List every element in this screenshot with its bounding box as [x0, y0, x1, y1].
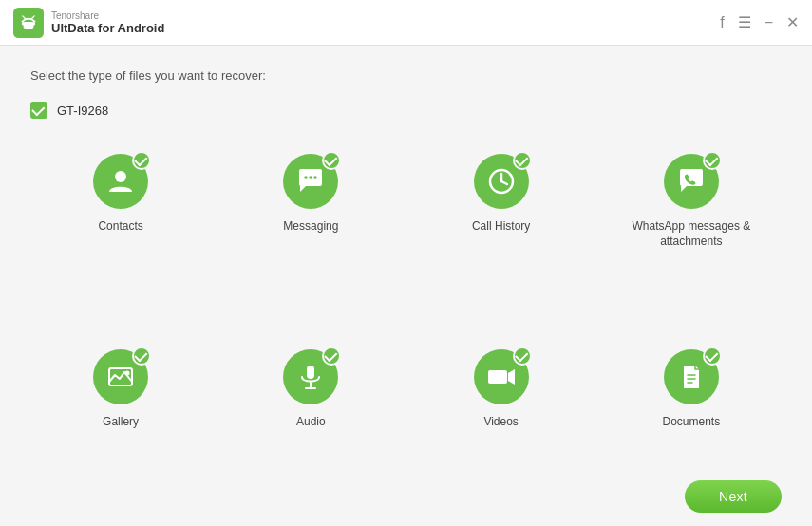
messaging-label: Messaging — [283, 219, 338, 235]
svg-point-6 — [115, 171, 126, 182]
gallery-icon — [104, 361, 137, 393]
videos-label: Videos — [483, 415, 518, 430]
audio-icon — [294, 361, 327, 393]
svg-point-8 — [310, 176, 313, 179]
menu-icon[interactable]: ☰ — [738, 15, 751, 30]
whatsapp-icon-wrapper — [661, 151, 722, 212]
whatsapp-label: WhatsApp messages & attachments — [633, 219, 751, 249]
file-type-grid: Contacts Messaging — [30, 141, 782, 503]
messaging-icon-wrapper — [280, 151, 341, 212]
svg-marker-19 — [508, 369, 515, 385]
whatsapp-icon — [675, 165, 708, 197]
gallery-icon-wrapper — [90, 347, 151, 407]
title-bar: Tenorshare UltData for Android f ☰ − ✕ — [0, 0, 812, 46]
videos-icon-wrapper — [471, 347, 532, 407]
minimize-icon[interactable]: − — [765, 15, 773, 30]
device-row[interactable]: GT-I9268 — [30, 102, 782, 119]
videos-icon — [484, 361, 519, 393]
audio-icon-wrapper — [280, 347, 341, 407]
file-item-messaging[interactable]: Messaging — [220, 141, 401, 322]
facebook-icon[interactable]: f — [720, 15, 724, 30]
tenorshare-label: Tenorshare — [51, 10, 164, 21]
app-logo — [13, 8, 44, 38]
documents-icon — [675, 361, 708, 393]
audio-label: Audio — [296, 415, 326, 430]
contacts-icon-wrapper — [90, 151, 151, 212]
documents-label: Documents — [663, 415, 721, 430]
gallery-label: Gallery — [103, 415, 139, 430]
messaging-check-badge — [322, 151, 341, 170]
svg-rect-18 — [488, 370, 507, 384]
window-controls: f ☰ − ✕ — [720, 15, 799, 30]
file-item-call-history[interactable]: Call History — [411, 141, 592, 322]
documents-icon-wrapper — [661, 347, 722, 407]
svg-rect-3 — [24, 22, 34, 29]
device-checkbox[interactable] — [30, 102, 47, 119]
app-branding: Tenorshare UltData for Android — [13, 8, 164, 38]
svg-rect-15 — [307, 366, 314, 379]
call-history-icon-wrapper — [471, 151, 532, 212]
file-item-whatsapp[interactable]: WhatsApp messages & attachments — [601, 141, 782, 322]
main-content: Select the type of files you want to rec… — [0, 46, 812, 526]
close-icon[interactable]: ✕ — [786, 15, 799, 30]
documents-check-badge — [703, 347, 722, 366]
gallery-check-badge — [132, 347, 151, 366]
ultdata-label: UltData for Android — [51, 21, 164, 35]
device-name: GT-I9268 — [57, 103, 108, 118]
whatsapp-check-badge — [703, 151, 722, 170]
svg-line-12 — [501, 181, 507, 184]
svg-point-14 — [125, 371, 130, 376]
bottom-bar: Next — [0, 471, 812, 526]
app-name-group: Tenorshare UltData for Android — [51, 10, 164, 35]
file-item-contacts[interactable]: Contacts — [30, 141, 211, 322]
svg-point-9 — [314, 176, 318, 179]
svg-point-7 — [305, 176, 309, 179]
contacts-label: Contacts — [98, 219, 142, 235]
audio-check-badge — [322, 347, 341, 366]
next-button[interactable]: Next — [685, 480, 782, 513]
subtitle: Select the type of files you want to rec… — [30, 68, 782, 83]
call-history-icon — [485, 165, 518, 197]
messaging-icon — [294, 165, 327, 197]
contacts-icon — [105, 166, 136, 197]
contacts-check-badge — [132, 151, 151, 170]
call-history-check-badge — [513, 151, 532, 170]
call-history-label: Call History — [472, 219, 530, 235]
videos-check-badge — [513, 347, 532, 366]
